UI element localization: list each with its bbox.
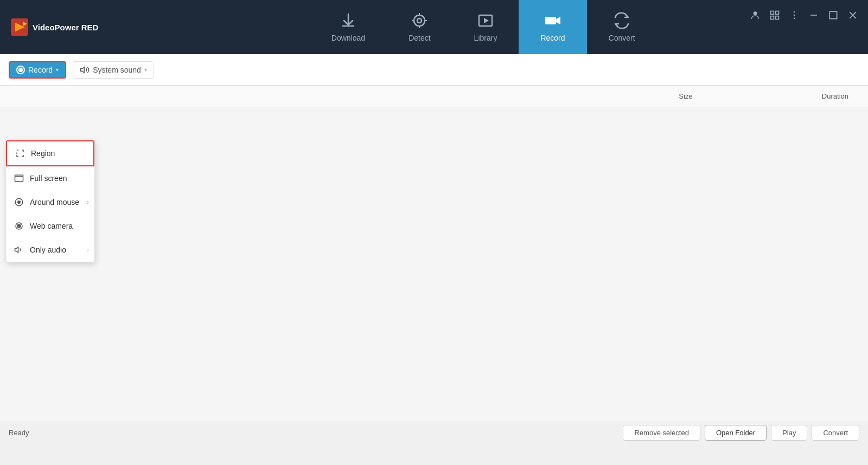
svg-marker-18 (81, 67, 85, 73)
record-label: Record (28, 66, 53, 74)
svg-rect-12 (771, 16, 774, 20)
record-button[interactable]: Record ▾ (9, 61, 66, 79)
remove-selected-button[interactable]: Remove selected (623, 425, 700, 441)
tab-record[interactable]: Record (519, 0, 586, 54)
convert-button[interactable]: Convert (812, 425, 859, 441)
svg-point-15 (794, 15, 795, 16)
record-icon (544, 12, 561, 29)
svg-point-14 (794, 11, 795, 13)
titlebar-controls (749, 9, 868, 22)
play-button[interactable]: Play (771, 425, 807, 441)
svg-rect-13 (776, 16, 779, 20)
svg-point-21 (18, 201, 21, 204)
tab-library[interactable]: Library (452, 0, 519, 54)
table-header: Size Duration (0, 86, 868, 107)
tab-detect[interactable]: Detect (387, 0, 452, 54)
record-circle-icon (16, 66, 25, 74)
convert-icon (613, 12, 630, 29)
svg-point-9 (754, 11, 757, 15)
dropdown-item-fullscreen[interactable]: Full screen (6, 166, 94, 190)
svg-rect-19 (15, 175, 23, 182)
tab-convert[interactable]: Convert (587, 0, 657, 54)
svg-point-4 (417, 18, 422, 23)
svg-marker-6 (484, 18, 489, 23)
region-icon (15, 148, 25, 159)
col-duration-header: Duration (740, 92, 848, 100)
svg-marker-8 (556, 17, 560, 24)
dropdown-item-fullscreen-label: Full screen (30, 174, 67, 183)
tab-detect-label: Detect (409, 34, 430, 42)
system-sound-button[interactable]: System sound ▾ (73, 61, 154, 79)
minimize-icon[interactable] (807, 9, 820, 22)
app-name: VideoPower RED (33, 23, 98, 32)
dropdown-item-only-audio-label: Only audio (30, 246, 66, 254)
svg-rect-11 (776, 11, 779, 15)
tab-download-label: Download (331, 34, 365, 42)
more-icon[interactable] (788, 9, 801, 22)
bottom-bar: Ready Remove selected Open Folder Play C… (0, 422, 868, 443)
dropdown-item-web-camera[interactable]: Web camera (6, 214, 94, 238)
person-icon[interactable] (749, 9, 762, 22)
tab-convert-label: Convert (609, 34, 635, 42)
open-folder-button[interactable]: Open Folder (705, 425, 767, 441)
app-logo-icon (11, 18, 28, 36)
only-audio-submenu-arrow: › (87, 246, 89, 254)
dropdown-item-around-mouse[interactable]: Around mouse › (6, 190, 94, 214)
record-dropdown-chevron[interactable]: ▾ (56, 67, 59, 73)
around-mouse-icon (14, 197, 24, 208)
col-size-header: Size (631, 92, 740, 100)
download-icon (340, 12, 357, 29)
dropdown-item-web-camera-label: Web camera (30, 222, 73, 230)
only-audio-icon (14, 244, 24, 255)
titlebar: VideoPower RED Download Detect (0, 0, 868, 54)
nav-tabs: Download Detect Library Record (98, 0, 868, 54)
library-icon (477, 12, 494, 29)
dropdown-item-region-label: Region (31, 149, 55, 158)
bottom-actions: Remove selected Open Folder Play Convert (623, 425, 859, 441)
tab-library-label: Library (474, 34, 497, 42)
system-sound-label: System sound (93, 66, 141, 74)
svg-rect-7 (545, 17, 556, 24)
svg-point-24 (18, 225, 20, 227)
svg-rect-10 (771, 11, 774, 15)
tab-download[interactable]: Download (310, 0, 387, 54)
web-camera-icon (14, 221, 24, 231)
svg-rect-17 (829, 11, 837, 18)
content-area (0, 107, 868, 443)
close-icon[interactable] (846, 9, 859, 22)
svg-point-3 (414, 15, 425, 26)
detect-icon (411, 12, 428, 29)
grid-icon[interactable] (768, 9, 781, 22)
dropdown-menu: Region Full screen Around mouse › (5, 140, 95, 262)
tab-record-label: Record (540, 34, 565, 42)
dropdown-item-only-audio[interactable]: Only audio › (6, 238, 94, 262)
svg-point-16 (794, 18, 795, 20)
main-content: Record ▾ System sound ▾ Size Duration Re… (0, 54, 868, 443)
sound-icon (80, 65, 90, 75)
toolbar: Record ▾ System sound ▾ (0, 54, 868, 86)
status-text: Ready (9, 429, 29, 437)
system-sound-chevron[interactable]: ▾ (144, 67, 147, 73)
around-mouse-submenu-arrow: › (87, 198, 89, 206)
dropdown-item-region[interactable]: Region (6, 140, 94, 166)
svg-marker-25 (15, 247, 18, 253)
fullscreen-icon (14, 173, 24, 184)
app-logo: VideoPower RED (0, 18, 98, 36)
dropdown-item-around-mouse-label: Around mouse (30, 198, 79, 206)
maximize-icon[interactable] (827, 9, 840, 22)
